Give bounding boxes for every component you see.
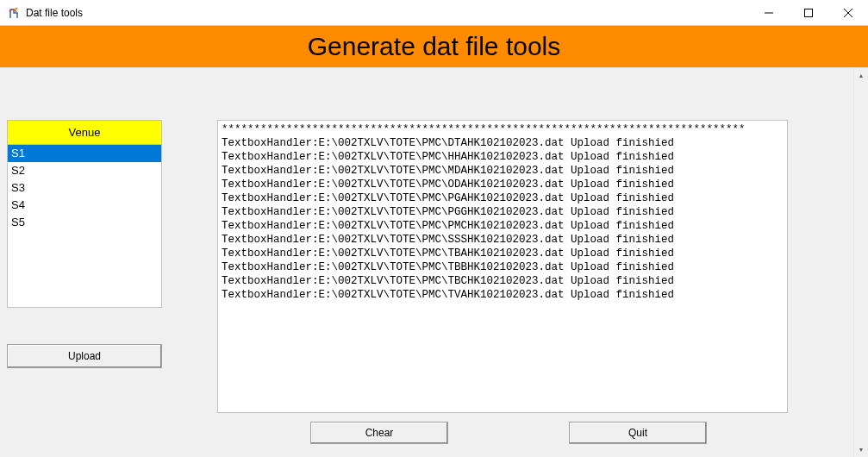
quit-button[interactable]: Quit	[569, 422, 707, 444]
list-item[interactable]: S3	[8, 179, 161, 197]
upload-button[interactable]: Upload	[7, 344, 162, 368]
window-controls	[749, 0, 868, 25]
window-title: Dat file tools	[26, 7, 83, 19]
close-button[interactable]	[828, 0, 868, 25]
chear-button[interactable]: Chear	[310, 422, 448, 444]
left-panel: Venue S1S2S3S4S5	[7, 120, 162, 308]
scroll-up-icon: ▴	[854, 68, 868, 83]
client-area: Venue S1S2S3S4S5 Upload ****************…	[0, 67, 868, 457]
list-item[interactable]: S2	[8, 162, 161, 179]
app-icon	[7, 6, 21, 20]
banner: Generate dat file tools	[0, 26, 868, 67]
scroll-down-icon: ▾	[854, 442, 868, 457]
venue-listbox[interactable]: S1S2S3S4S5	[7, 144, 162, 308]
titlebar: Dat file tools	[0, 0, 868, 26]
log-textbox[interactable]: ****************************************…	[217, 120, 788, 413]
svg-rect-1	[805, 9, 813, 16]
minimize-button[interactable]	[749, 0, 789, 25]
venue-header: Venue	[7, 120, 162, 144]
list-item[interactable]: S1	[8, 145, 161, 162]
banner-title: Generate dat file tools	[308, 32, 561, 61]
list-item[interactable]: S5	[8, 214, 161, 231]
maximize-button[interactable]	[789, 0, 828, 25]
list-item[interactable]: S4	[8, 197, 161, 214]
vertical-scrollbar[interactable]: ▴ ▾	[853, 68, 868, 457]
